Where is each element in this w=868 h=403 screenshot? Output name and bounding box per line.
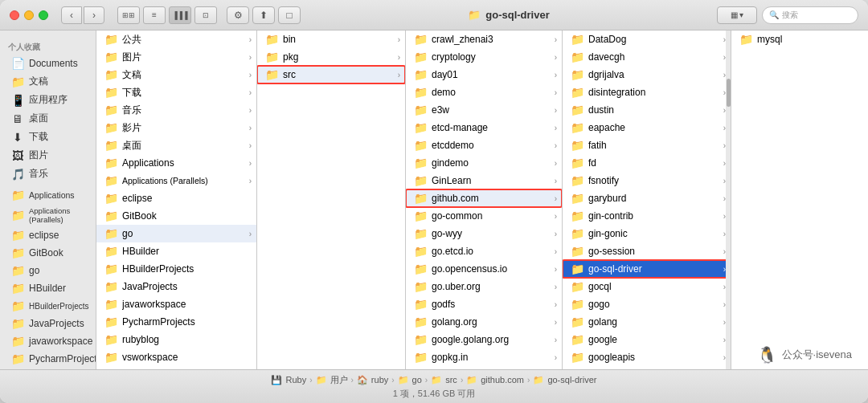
list-item-go[interactable]: 📁 go › <box>96 225 256 242</box>
list-item[interactable]: 📁 桌面 › <box>96 136 256 154</box>
list-item[interactable]: 📁 pkg › <box>257 48 405 66</box>
sidebar-item-hbuilder[interactable]: 📁 HBuilder <box>3 279 92 297</box>
list-item[interactable]: 📁 gogo › <box>563 295 731 313</box>
list-item[interactable]: 📁 影片 › <box>96 119 256 136</box>
sidebar-item-javaworkspace[interactable]: 📁 javaworkspace <box>3 332 92 350</box>
list-item[interactable]: 📁 dustin › <box>563 101 731 119</box>
list-item[interactable]: 📁 vsworkspace <box>96 348 256 366</box>
breadcrumb-ruby-home[interactable]: 🏠 ruby <box>357 375 388 385</box>
sidebar-item-gitbook[interactable]: 📁 GitBook <box>3 244 92 262</box>
list-item[interactable]: 📁 gin-contrib › <box>563 207 731 225</box>
maximize-button[interactable] <box>39 10 48 20</box>
list-item[interactable]: 📁 dgrijalva › <box>563 66 731 83</box>
list-item[interactable]: 📁 googleapis › <box>563 348 731 366</box>
list-item[interactable]: 📁 文稿 › <box>96 66 256 83</box>
sidebar-item-pycharmprojects[interactable]: 📁 PycharmProjects <box>3 350 92 368</box>
back-button[interactable]: ‹ <box>61 6 82 24</box>
forward-button[interactable]: › <box>84 6 104 24</box>
list-item[interactable]: 📁 day01 › <box>406 66 562 83</box>
sidebar-item-eclipse[interactable]: 📁 eclipse <box>3 226 92 244</box>
list-item[interactable]: 📁 demo › <box>406 83 562 101</box>
list-item[interactable]: 📁 rubyblog <box>96 331 256 348</box>
list-item[interactable]: 📁 disintegration › <box>563 83 731 101</box>
list-item[interactable]: 📁 PycharmProjects <box>96 313 256 331</box>
column-view-button[interactable]: ▐▐▐ <box>169 6 191 24</box>
sidebar-item-downloads[interactable]: ⬇ 下载 <box>3 128 92 146</box>
gallery-view-button[interactable]: ⊡ <box>194 6 217 24</box>
list-item[interactable]: 📁 google.golang.org › <box>406 331 562 348</box>
list-item[interactable]: 📁 e3w › <box>406 101 562 119</box>
sidebar-item-hbuilderprojects[interactable]: 📁 HBuilderProjects <box>3 297 92 315</box>
list-item[interactable]: 📁 fsnotify › <box>563 172 731 189</box>
list-view-button[interactable]: ≡ <box>143 6 166 24</box>
list-item[interactable]: 📁 crawl_zhenai3 › <box>406 31 562 48</box>
list-item[interactable]: 📁 eapache › <box>563 119 731 136</box>
list-item-go-sql-driver[interactable]: 📁 go-sql-driver › <box>563 260 731 278</box>
list-item[interactable]: 📁 音乐 › <box>96 101 256 119</box>
list-item[interactable]: 📁 cryptology › <box>406 48 562 66</box>
list-item[interactable]: 📁 fatih › <box>563 136 731 154</box>
breadcrumb-users[interactable]: 📁 用户 <box>316 374 348 386</box>
sidebar-item-apps[interactable]: 📱 应用程序 <box>3 91 92 109</box>
sidebar-item-go[interactable]: 📁 go <box>3 262 92 279</box>
list-item[interactable]: 📁 Applications › <box>96 154 256 172</box>
folder-icon: 📁 <box>571 68 584 81</box>
list-item[interactable]: 📁 garyburd › <box>563 189 731 207</box>
list-item[interactable]: 📁 golang.org › <box>406 313 562 331</box>
list-item[interactable]: 📁 公共 › <box>96 31 256 48</box>
list-item[interactable]: 📁 JavaProjects <box>96 278 256 295</box>
list-item[interactable]: 📁 javaworkspace <box>96 295 256 313</box>
list-item[interactable]: 📁 下载 › <box>96 83 256 101</box>
sidebar-item-applications[interactable]: 📁 Applications <box>3 186 92 204</box>
list-item-src[interactable]: 📁 src › <box>257 66 405 83</box>
breadcrumb-githubcom[interactable]: 📁 github.com <box>466 375 524 385</box>
settings-button[interactable]: ⚙ <box>227 6 249 24</box>
list-item[interactable]: 📁 gindemo › <box>406 154 562 172</box>
list-item[interactable]: 📁 go-common › <box>406 207 562 225</box>
list-item[interactable]: 📁 GitBook <box>96 207 256 225</box>
sidebar-item-desktop[interactable]: 🖥 桌面 <box>3 109 92 128</box>
list-item[interactable]: 📁 go-session › <box>563 242 731 260</box>
list-item[interactable]: 📁 eclipse <box>96 189 256 207</box>
sidebar-item-pictures[interactable]: 🖼 图片 <box>3 146 92 165</box>
list-item[interactable]: 📁 golang › <box>563 313 731 331</box>
action-button[interactable]: □ <box>278 6 301 24</box>
list-item[interactable]: 📁 bin › <box>257 31 405 48</box>
list-item[interactable]: 📁 go-wyy › <box>406 225 562 242</box>
list-item[interactable]: 📁 GinLearn › <box>406 172 562 189</box>
breadcrumb-go-sql-driver[interactable]: 📁 go-sql-driver <box>533 375 596 385</box>
list-item[interactable]: 📁 gopkg.in › <box>406 348 562 366</box>
close-button[interactable] <box>10 10 19 20</box>
minimize-button[interactable] <box>24 10 34 20</box>
list-item-mysql[interactable]: 📁 mysql <box>731 31 868 48</box>
list-item[interactable]: 📁 gocql › <box>563 278 731 295</box>
list-item[interactable]: 📁 davecgh › <box>563 48 731 66</box>
list-item[interactable]: 📁 图片 › <box>96 48 256 66</box>
sidebar-item-documents[interactable]: 📄 Documents <box>3 55 92 72</box>
list-item[interactable]: 📁 etcd-manage › <box>406 119 562 136</box>
search-box[interactable]: 🔍 搜索 <box>762 6 858 24</box>
list-item[interactable]: 📁 go.opencensus.io › <box>406 260 562 278</box>
breadcrumb-ruby[interactable]: 💾 Ruby <box>271 375 306 385</box>
list-item-github[interactable]: 📁 github.com › <box>406 189 562 207</box>
list-item[interactable]: 📁 HBuilder <box>96 242 256 260</box>
list-item[interactable]: 📁 fd › <box>563 154 731 172</box>
sidebar-item-music[interactable]: 🎵 音乐 <box>3 165 92 183</box>
list-item[interactable]: 📁 DataDog › <box>563 31 731 48</box>
list-item[interactable]: 📁 gin-gonic › <box>563 225 731 242</box>
sidebar-item-javaprojects[interactable]: 📁 JavaProjects <box>3 315 92 332</box>
arrange-button[interactable]: ▦ ▾ <box>717 6 757 24</box>
list-item[interactable]: 📁 etcddemo › <box>406 136 562 154</box>
list-item[interactable]: 📁 Applications (Parallels) › <box>96 172 256 189</box>
breadcrumb-src[interactable]: 📁 src <box>431 375 457 385</box>
sidebar-item-wenzhang[interactable]: 📁 文稿 <box>3 72 92 91</box>
icon-view-button[interactable]: ⊞⊞ <box>117 6 140 24</box>
list-item[interactable]: 📁 go.etcd.io › <box>406 242 562 260</box>
list-item[interactable]: 📁 HBuilderProjects <box>96 260 256 278</box>
list-item[interactable]: 📁 godfs › <box>406 295 562 313</box>
sidebar-item-applications-parallels[interactable]: 📁 Applications (Parallels) <box>3 204 92 226</box>
share-button[interactable]: ⬆ <box>252 6 275 24</box>
list-item[interactable]: 📁 google › <box>563 331 731 348</box>
breadcrumb-go[interactable]: 📁 go <box>398 375 422 385</box>
list-item[interactable]: 📁 go.uber.org › <box>406 278 562 295</box>
